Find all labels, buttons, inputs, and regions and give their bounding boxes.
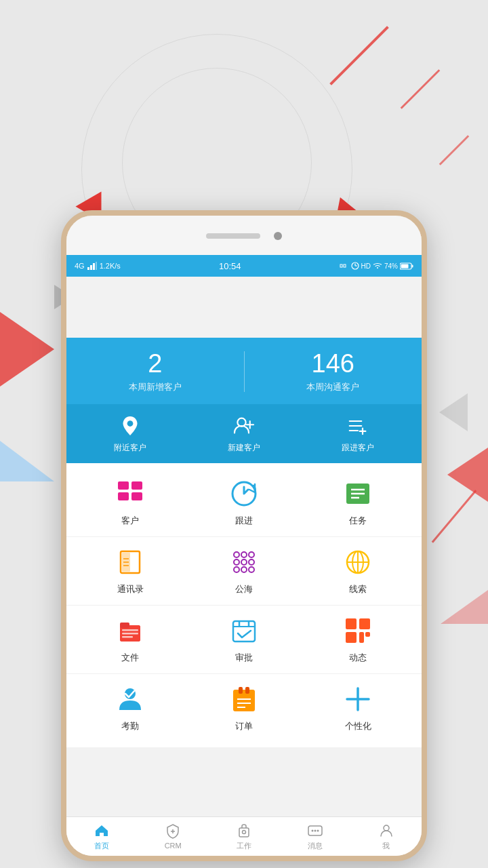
phone-top-bar: [66, 216, 422, 256]
svg-point-12: [127, 420, 134, 427]
stat-new-number: 2: [66, 350, 244, 378]
stat-comm-number: 146: [245, 350, 422, 378]
bottom-nav: 首页 CRM: [66, 816, 422, 856]
svg-rect-59: [359, 618, 370, 629]
contacts-label: 通讯录: [117, 583, 144, 595]
nav-message[interactable]: 消息: [279, 823, 350, 851]
approval-icon: [228, 615, 260, 646]
personalize-icon: [342, 684, 373, 715]
svg-point-79: [317, 829, 319, 831]
svg-rect-3: [96, 262, 97, 270]
nav-crm[interactable]: CRM: [138, 823, 209, 850]
crm-icon: [165, 823, 181, 840]
status-bar: 4G 1.2K/s 10:54 HD: [66, 255, 422, 277]
svg-rect-1: [90, 265, 92, 270]
app-scroll[interactable]: 2 本周新增客户 146 本周沟通客户: [66, 338, 422, 816]
nav-home[interactable]: 首页: [66, 823, 138, 851]
task-icon: [342, 478, 373, 509]
files-icon: [115, 615, 146, 646]
home-icon: [94, 823, 110, 839]
grid-item-dynamic[interactable]: 动态: [301, 615, 415, 664]
message-icon: [307, 823, 323, 839]
hd-label: HD: [361, 262, 371, 270]
bg-line-3: [439, 135, 470, 165]
new-customer-label: 新建客户: [228, 442, 260, 454]
svg-point-40: [249, 559, 254, 565]
status-left: 4G 1.2K/s: [75, 262, 121, 270]
grid-item-followup[interactable]: 跟进: [187, 478, 301, 527]
svg-rect-58: [346, 618, 357, 629]
nearby-label: 附近客户: [114, 442, 146, 454]
grid-item-customer[interactable]: 客户: [73, 478, 187, 527]
grid-item-leads[interactable]: 线索: [301, 547, 415, 595]
quick-action-follow[interactable]: 跟进客户: [301, 414, 415, 454]
quick-actions: 附近客户 新建客户: [66, 404, 422, 463]
rotate-icon: [340, 262, 349, 269]
grid-item-approval[interactable]: 审批: [187, 615, 301, 664]
svg-rect-66: [245, 687, 249, 694]
bg-line-1: [329, 26, 389, 85]
work-icon: [236, 823, 252, 839]
battery-icon: [400, 262, 413, 270]
svg-point-78: [314, 829, 316, 831]
svg-rect-54: [233, 621, 255, 642]
svg-rect-4: [340, 264, 342, 267]
grid-item-contacts[interactable]: 通讯录: [73, 547, 187, 595]
svg-point-35: [234, 552, 239, 557]
bg-triangle-red-right: [447, 448, 488, 502]
svg-rect-5: [344, 264, 346, 267]
nav-work[interactable]: 工作: [209, 823, 280, 851]
grid-row-3: 文件 审批: [66, 606, 422, 674]
svg-point-37: [249, 552, 254, 557]
dynamic-icon: [342, 615, 373, 646]
svg-rect-64: [233, 690, 255, 711]
personalize-label: 个性化: [345, 720, 371, 732]
quick-action-new[interactable]: 新建客户: [187, 414, 301, 454]
work-nav-label: 工作: [237, 841, 251, 851]
approval-label: 审批: [235, 652, 253, 664]
svg-rect-61: [359, 632, 364, 643]
files-label: 文件: [121, 652, 139, 664]
svg-point-80: [384, 825, 389, 831]
public-sea-label: 公海: [235, 583, 253, 595]
stat-new-customers: 2 本周新增客户: [66, 350, 244, 393]
grid-item-files[interactable]: 文件: [73, 615, 187, 664]
svg-point-42: [241, 567, 247, 572]
grid-item-public-sea[interactable]: 公海: [187, 547, 301, 595]
attendance-icon: [115, 684, 146, 715]
svg-rect-2: [93, 263, 95, 270]
svg-rect-10: [411, 264, 413, 267]
battery-percent: 74%: [384, 262, 398, 270]
me-nav-label: 我: [382, 841, 390, 851]
svg-rect-0: [87, 267, 89, 270]
bg-triangle-red-big: [0, 312, 54, 387]
phone-frame: 4G 1.2K/s 10:54 HD: [61, 210, 427, 861]
grid-item-attendance[interactable]: 考勤: [73, 684, 187, 732]
quick-action-nearby[interactable]: 附近客户: [73, 414, 187, 454]
svg-rect-53: [122, 636, 133, 638]
nav-me[interactable]: 我: [350, 823, 422, 851]
clock-icon: [351, 262, 359, 270]
customer-icon: [115, 478, 146, 509]
svg-rect-52: [122, 633, 138, 635]
follow-label: 跟进客户: [342, 442, 374, 454]
svg-rect-65: [239, 687, 243, 694]
grid-item-personalize[interactable]: 个性化: [301, 684, 415, 732]
svg-rect-22: [131, 481, 142, 490]
signal-icon: [87, 262, 97, 270]
svg-rect-60: [346, 632, 357, 643]
task-label: 任务: [349, 515, 367, 527]
location-icon: [118, 414, 142, 438]
svg-point-36: [241, 552, 247, 557]
home-nav-label: 首页: [94, 841, 109, 851]
grid-item-order[interactable]: 订单: [187, 684, 301, 732]
grid-item-task[interactable]: 任务: [301, 478, 415, 527]
header-stats: 2 本周新增客户 146 本周沟通客户: [66, 338, 422, 463]
order-label: 订单: [235, 720, 253, 732]
leads-label: 线索: [349, 583, 367, 595]
bg-triangle-blue: [0, 441, 54, 481]
time-display: 10:54: [219, 261, 241, 271]
stats-row: 2 本周新增客户 146 本周沟通客户: [66, 350, 422, 404]
followup-icon: [228, 478, 260, 509]
svg-point-39: [241, 559, 247, 565]
